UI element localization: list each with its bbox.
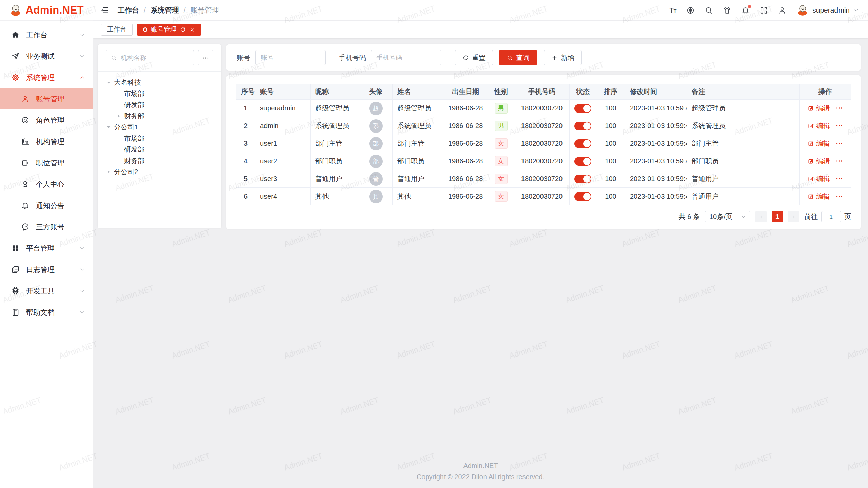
more-actions-icon[interactable]: [835, 122, 843, 129]
query-button[interactable]: 查询: [499, 50, 537, 65]
tab-label: 工作台: [107, 25, 126, 34]
edit-button[interactable]: 编辑: [808, 192, 830, 201]
status-toggle[interactable]: [574, 139, 591, 148]
sidebar-menu: 工作台业务测试系统管理账号管理角色管理机构管理职位管理个人中心通知公告三方账号平…: [0, 21, 93, 323]
chevron-down-icon: [853, 7, 859, 13]
sidebar-item-system-mgmt[interactable]: 系统管理: [0, 67, 93, 88]
sidebar-item-account-mgmt[interactable]: 账号管理: [0, 88, 93, 109]
cell-name: 系统管理员: [393, 117, 443, 135]
edit-button[interactable]: 编辑: [808, 121, 830, 130]
status-toggle[interactable]: [574, 104, 591, 113]
more-actions-icon[interactable]: [835, 104, 843, 112]
theme-icon[interactable]: [723, 6, 731, 15]
filter-bar: 账号 手机号码 重置 查询 新增: [226, 44, 861, 71]
sidebar-item-workbench[interactable]: 工作台: [0, 24, 93, 45]
account-filter-input[interactable]: [255, 50, 326, 65]
tree-node-label: 研发部: [124, 145, 144, 154]
menu-fold-icon[interactable]: [100, 5, 110, 15]
user-menu[interactable]: superadmin: [796, 4, 859, 16]
sidebar-item-business-test[interactable]: 业务测试: [0, 45, 93, 67]
org-more-button[interactable]: [198, 50, 213, 65]
caret-right-icon[interactable]: [116, 113, 122, 119]
sidebar-item-org-mgmt[interactable]: 机构管理: [0, 131, 93, 152]
add-button[interactable]: 新增: [544, 50, 582, 65]
sidebar-item-dev-tools[interactable]: 开发工具: [0, 280, 93, 302]
status-toggle[interactable]: [574, 175, 591, 183]
cell-order: 100: [596, 135, 625, 152]
fullscreen-icon[interactable]: [760, 6, 768, 15]
notification-icon[interactable]: [741, 6, 750, 15]
status-toggle[interactable]: [574, 192, 591, 201]
page-number-button[interactable]: 1: [772, 211, 783, 222]
tree-node[interactable]: 分公司1: [100, 122, 219, 133]
sidebar-item-third-account[interactable]: 三方账号: [0, 216, 93, 238]
sidebar-item-log-mgmt[interactable]: 日志管理: [0, 259, 93, 280]
avatar: 普: [369, 172, 383, 186]
tree-node[interactable]: 研发部: [100, 99, 219, 110]
sidebar-item-platform-mgmt[interactable]: 平台管理: [0, 238, 93, 259]
sidebar-item-label: 机构管理: [36, 137, 85, 146]
tree-node[interactable]: 财务部: [100, 155, 219, 166]
tab-workbench[interactable]: 工作台: [101, 24, 133, 36]
cell-ops: 编辑: [800, 170, 851, 188]
footer-copyright: Copyright © 2022 Dilon All rights reserv…: [93, 471, 868, 483]
org-search-input[interactable]: [120, 54, 189, 62]
edit-icon: [808, 176, 814, 182]
topbar: 工作台/系统管理/账号管理 TT superadmin: [93, 0, 868, 21]
profile-icon[interactable]: [778, 6, 786, 15]
sidebar-item-personal-center[interactable]: 个人中心: [0, 174, 93, 195]
goto-page-input[interactable]: [821, 211, 841, 222]
org-tree-toolbar: [98, 44, 221, 72]
tree-node[interactable]: 财务部: [100, 110, 219, 122]
language-icon[interactable]: [686, 6, 695, 15]
row-actions: 编辑: [808, 121, 843, 130]
grid-icon: [11, 244, 20, 252]
sidebar-item-label: 通知公告: [36, 201, 85, 210]
tree-node[interactable]: 分公司2: [100, 166, 219, 178]
caret-down-icon[interactable]: [106, 124, 112, 130]
tree-node[interactable]: 市场部: [100, 88, 219, 99]
tab-refresh-icon[interactable]: [180, 27, 186, 33]
sidebar-item-help-docs[interactable]: 帮助文档: [0, 302, 93, 323]
breadcrumb-item[interactable]: 系统管理: [151, 5, 179, 15]
home-icon: [11, 30, 20, 39]
status-toggle[interactable]: [574, 157, 591, 166]
reset-button[interactable]: 重置: [455, 50, 493, 65]
sidebar-item-label: 帮助文档: [26, 308, 79, 317]
more-actions-icon[interactable]: [835, 175, 843, 182]
sidebar-item-role-mgmt[interactable]: 角色管理: [0, 109, 93, 131]
active-tab-dot: [143, 27, 147, 32]
edit-button[interactable]: 编辑: [808, 157, 830, 166]
tab-close-icon[interactable]: [189, 27, 195, 33]
caret-right-icon[interactable]: [106, 169, 112, 175]
cell-modified: 2023-01-03 10:59:44: [625, 117, 687, 135]
more-actions-icon[interactable]: [835, 157, 843, 165]
edit-button[interactable]: 编辑: [808, 104, 830, 113]
sidebar-item-notice[interactable]: 通知公告: [0, 195, 93, 216]
breadcrumb-item[interactable]: 工作台: [118, 5, 139, 15]
font-size-icon[interactable]: TT: [669, 7, 676, 14]
next-page-button[interactable]: [788, 211, 799, 222]
tab-account-mgmt[interactable]: 账号管理: [137, 24, 201, 36]
page-size-select[interactable]: 10条/页: [705, 211, 750, 222]
edit-button[interactable]: 编辑: [808, 174, 830, 183]
cell-nickname: 系统管理员: [311, 117, 359, 135]
tree-node[interactable]: 市场部: [100, 133, 219, 144]
table-row: 3user1部门主管部部门主管1986-06-28女18020030720100…: [236, 135, 851, 152]
sidebar-item-label: 账号管理: [36, 94, 85, 104]
cell-remark: 系统管理员: [687, 117, 800, 135]
table-row: 5user3普通用户普普通用户1986-06-28女18020030720100…: [236, 170, 851, 188]
tree-node[interactable]: 大名科技: [100, 77, 219, 88]
prev-page-button[interactable]: [755, 211, 767, 222]
caret-down-icon[interactable]: [106, 80, 112, 85]
more-actions-icon[interactable]: [835, 140, 843, 147]
phone-filter-input[interactable]: [371, 50, 441, 65]
status-toggle[interactable]: [574, 122, 591, 130]
sidebar-item-position-mgmt[interactable]: 职位管理: [0, 152, 93, 174]
more-actions-icon[interactable]: [835, 192, 843, 200]
edit-button[interactable]: 编辑: [808, 139, 830, 148]
tree-node[interactable]: 研发部: [100, 144, 219, 155]
cell-index: 5: [236, 170, 255, 188]
cell-name: 部门职员: [393, 152, 443, 170]
search-icon[interactable]: [705, 6, 713, 15]
